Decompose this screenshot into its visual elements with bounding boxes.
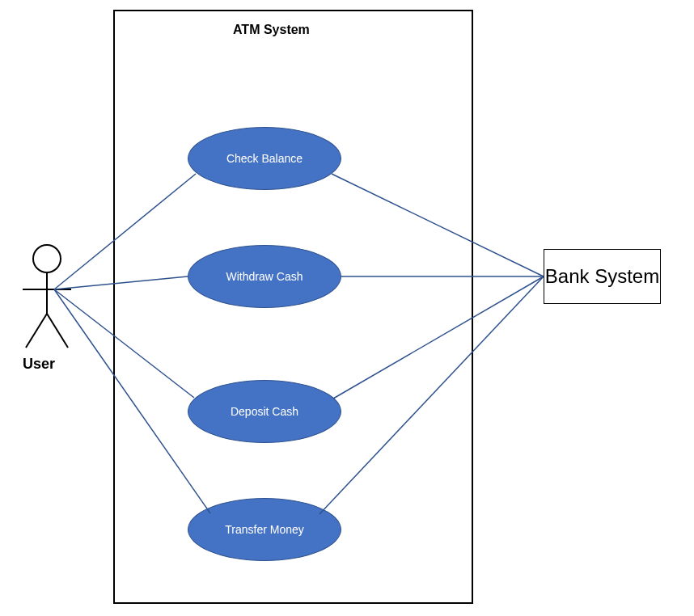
usecase-check-balance: Check Balance	[188, 127, 341, 190]
usecase-deposit-cash: Deposit Cash	[188, 380, 341, 443]
usecase-label: Transfer Money	[225, 523, 304, 536]
bank-system-label: Bank System	[545, 265, 659, 288]
system-title: ATM System	[233, 23, 310, 37]
usecase-withdraw-cash: Withdraw Cash	[188, 245, 341, 308]
user-actor-icon	[15, 243, 79, 356]
usecase-label: Deposit Cash	[231, 405, 298, 418]
usecase-transfer-money: Transfer Money	[188, 498, 341, 561]
svg-line-3	[26, 314, 47, 348]
usecase-label: Check Balance	[226, 152, 303, 165]
usecase-label: Withdraw Cash	[226, 270, 303, 283]
bank-system-actor: Bank System	[544, 249, 661, 304]
user-actor-label: User	[23, 356, 55, 373]
svg-line-4	[47, 314, 68, 348]
svg-point-0	[33, 245, 61, 272]
